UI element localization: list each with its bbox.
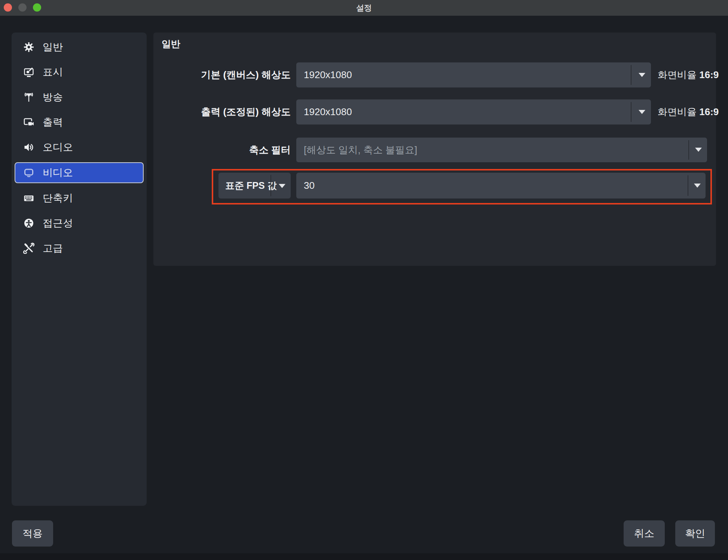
sidebar-item-label: 표시 [43, 65, 63, 79]
settings-window: 설정 일반 [0, 0, 728, 560]
sidebar-item-output[interactable]: 출력 [15, 112, 143, 132]
combo-separator [688, 140, 689, 160]
base-resolution-combobox[interactable]: 1920x1080 [296, 62, 651, 87]
fps-type-dropdown[interactable]: 표준 FPS 값 [218, 173, 291, 199]
fps-value: 30 [304, 173, 315, 199]
gear-icon [23, 41, 34, 53]
sidebar-item-hotkeys[interactable]: 단축키 [15, 188, 143, 208]
video-settings-panel: 일반 기본 (캔버스) 해상도 1920x1080 화면비율 16:9 출력 (… [153, 33, 716, 266]
fps-type-label: 표준 FPS 값 [225, 173, 277, 199]
sidebar-item-label: 단축키 [43, 191, 73, 205]
output-camera-icon [23, 117, 34, 128]
combo-separator [631, 65, 631, 85]
sidebar-item-label: 비디오 [43, 166, 73, 179]
downscale-filter-value: [해상도 일치, 축소 불필요] [304, 138, 417, 162]
combo-separator [688, 175, 688, 196]
bottom-edge-strip [0, 553, 728, 560]
output-resolution-label: 출력 (조정된) 해상도 [153, 107, 291, 117]
sidebar-item-advanced[interactable]: 고급 [15, 238, 143, 258]
broadcast-antenna-icon [23, 92, 34, 103]
sidebar-item-accessibility[interactable]: 접근성 [15, 213, 143, 233]
sidebar-item-general[interactable]: 일반 [15, 37, 143, 57]
chevron-down-icon[interactable] [639, 110, 645, 114]
sidebar-item-appearance[interactable]: 표시 [15, 62, 143, 82]
output-aspect-ratio: 화면비율 16:9 [658, 107, 719, 117]
aspect-ratio-label: 화면비율 [658, 106, 697, 117]
downscale-filter-label: 축소 필터 [153, 145, 291, 155]
chevron-down-icon[interactable] [279, 184, 285, 188]
sidebar-item-label: 고급 [43, 241, 63, 255]
section-title: 일반 [162, 38, 180, 50]
sidebar-item-video[interactable]: 비디오 [15, 162, 144, 183]
chevron-down-icon[interactable] [694, 184, 701, 188]
keyboard-icon [23, 193, 34, 204]
combo-separator [631, 102, 631, 122]
base-aspect-ratio: 화면비율 16:9 [658, 70, 719, 80]
fps-value-combobox[interactable]: 30 [296, 173, 706, 199]
sidebar-item-stream[interactable]: 방송 [15, 87, 143, 107]
tools-icon [23, 243, 34, 254]
sidebar-item-audio[interactable]: 오디오 [15, 137, 143, 157]
monitor-icon [23, 167, 34, 178]
display-edit-icon [23, 67, 34, 78]
speaker-icon [23, 142, 34, 153]
output-resolution-value: 1920x1080 [304, 99, 352, 124]
aspect-ratio-label: 화면비율 [658, 69, 697, 80]
aspect-ratio-value: 16:9 [699, 69, 719, 80]
downscale-filter-combobox[interactable]: [해상도 일치, 축소 불필요] [296, 138, 707, 162]
chevron-down-icon[interactable] [639, 73, 645, 77]
window-title: 설정 [0, 0, 728, 16]
sidebar-item-label: 일반 [43, 40, 63, 54]
combo-separator [270, 175, 271, 196]
sidebar-item-label: 출력 [43, 116, 63, 129]
apply-button[interactable]: 적용 [12, 520, 53, 547]
ok-button[interactable]: 확인 [675, 520, 715, 547]
sidebar-item-label: 오디오 [43, 141, 73, 154]
fps-row-highlight: 표준 FPS 값 30 [212, 169, 712, 204]
chevron-down-icon[interactable] [695, 148, 702, 152]
settings-sidebar: 일반 표시 방송 [12, 33, 147, 506]
output-resolution-combobox[interactable]: 1920x1080 [296, 99, 651, 124]
cancel-button[interactable]: 취소 [624, 520, 665, 547]
base-resolution-value: 1920x1080 [304, 62, 352, 87]
titlebar: 설정 [0, 0, 728, 16]
accessibility-icon [23, 218, 34, 229]
aspect-ratio-value: 16:9 [699, 106, 719, 117]
sidebar-item-label: 방송 [43, 90, 63, 104]
base-resolution-label: 기본 (캔버스) 해상도 [153, 70, 291, 80]
sidebar-item-label: 접근성 [43, 216, 73, 230]
